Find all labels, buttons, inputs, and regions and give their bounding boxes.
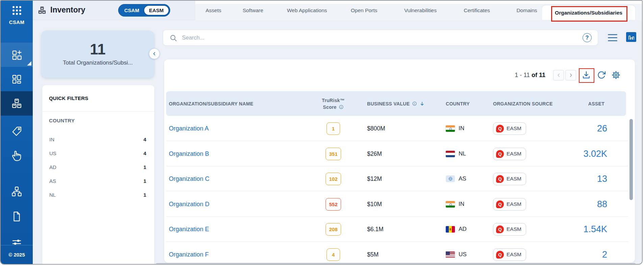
column-header-business-value[interactable]: BUSINESS VALUE xyxy=(367,91,425,116)
download-icon xyxy=(582,70,591,80)
trurisk-score-badge: 1 xyxy=(327,122,340,135)
country-filter-label: AD xyxy=(49,164,56,170)
column-header-source[interactable]: ORGANIZATION SOURCE xyxy=(493,91,553,116)
source-badge: Q EASM xyxy=(493,248,526,261)
bar-chart-icon xyxy=(627,33,635,41)
total-organizations-card[interactable]: 11 Total Organizations/Subsi... xyxy=(41,30,154,78)
column-header-name[interactable]: ORGANIZATION/SUBSIDIARY NAME xyxy=(169,91,253,116)
tab-vulnerabilities[interactable]: Vulnerabilities xyxy=(404,1,437,20)
gear-icon xyxy=(611,70,621,80)
qualys-logo-icon: Q xyxy=(496,175,504,183)
table-row[interactable]: Organization B 351 $26M NL Q EASM 3.02K xyxy=(166,141,628,166)
country-filter-count: 4 xyxy=(144,150,146,156)
chevron-right-icon xyxy=(568,72,574,78)
sidebar-item-dashboard[interactable] xyxy=(1,67,33,91)
country-code: IN xyxy=(459,201,464,208)
sidebar-item-tag[interactable] xyxy=(1,119,33,143)
column-header-trurisk[interactable]: TruRisk™ Score xyxy=(310,91,357,116)
column-header-country[interactable]: COUNTRY xyxy=(446,91,470,116)
country-code: AS xyxy=(459,175,466,182)
source-label: EASM xyxy=(507,125,521,131)
business-value: $800M xyxy=(367,116,385,141)
toggle-easm-label[interactable]: EASM xyxy=(144,5,169,16)
toggle-csam-label[interactable]: CSAM xyxy=(119,7,144,13)
sidebar-item-add-widget[interactable] xyxy=(1,43,33,67)
country-flag-icon xyxy=(446,175,455,182)
asset-count[interactable]: 2 xyxy=(602,242,607,263)
table-row[interactable]: Organization A 1 $800M IN Q EASM 26 xyxy=(166,116,628,141)
globe-icon xyxy=(448,176,453,181)
source-label: EASM xyxy=(507,251,521,258)
source-cell: Q EASM xyxy=(493,217,526,242)
country-filter-item[interactable]: AD 1 xyxy=(42,160,154,174)
organization-name-link[interactable]: Organization F xyxy=(169,242,209,263)
tab-software[interactable]: Software xyxy=(242,1,263,20)
csam-easm-toggle[interactable]: CSAM EASM xyxy=(118,4,170,17)
business-value: $5M xyxy=(367,242,379,263)
settings-button[interactable] xyxy=(611,70,621,80)
pagination-status: 1 - 11 of 11 xyxy=(515,72,545,79)
tab-open-ports[interactable]: Open Ports xyxy=(351,1,377,20)
organization-name-link[interactable]: Organization A xyxy=(169,116,209,141)
menu-icon[interactable] xyxy=(608,34,617,41)
document-icon xyxy=(11,211,23,222)
country-filter-item[interactable]: IN 4 xyxy=(42,132,154,146)
tab-assets[interactable]: Assets xyxy=(206,1,222,20)
organization-name-link[interactable]: Organization E xyxy=(169,217,209,242)
sidebar-item-hand-click[interactable] xyxy=(1,143,33,168)
tab-certificates[interactable]: Certificates xyxy=(464,1,490,20)
asset-count[interactable]: 3.02K xyxy=(583,141,607,166)
country-cell: US xyxy=(446,242,467,263)
country-flag-icon xyxy=(446,226,455,233)
qualys-logo-icon: Q xyxy=(496,125,504,132)
country-cell: AS xyxy=(446,166,466,191)
asset-count[interactable]: 26 xyxy=(597,116,607,141)
sort-descending-icon[interactable] xyxy=(419,101,425,106)
organization-name-link[interactable]: Organization C xyxy=(169,166,209,191)
business-value: $10M xyxy=(367,192,382,217)
org-chart-icon xyxy=(11,186,23,197)
organization-name-link[interactable]: Organization B xyxy=(169,141,209,166)
source-badge: Q EASM xyxy=(493,198,526,211)
tag-icon xyxy=(11,125,23,137)
trurisk-score-badge: 4 xyxy=(327,248,340,261)
sidebar-item-org-chart[interactable] xyxy=(1,179,33,203)
column-header-asset[interactable]: ASSET xyxy=(588,91,604,116)
table-row[interactable]: Organization E 208 $6.1M AD Q EASM 1.54K xyxy=(166,217,628,242)
search-input[interactable] xyxy=(182,34,583,41)
apps-grid-icon[interactable] xyxy=(11,5,23,16)
table-row[interactable]: Organization D 552 $10M IN Q EASM 88 xyxy=(166,192,628,217)
asset-count[interactable]: 1.54K xyxy=(583,217,607,242)
horizontal-scrollbar[interactable] xyxy=(156,263,636,265)
qualys-logo-icon: Q xyxy=(496,225,504,233)
search-bar: ? xyxy=(163,30,598,46)
sidebar-item-inventory-boxes[interactable] xyxy=(1,91,33,116)
info-icon[interactable] xyxy=(339,104,344,110)
sidebar-item-document[interactable] xyxy=(1,204,33,228)
qualys-logo-icon: Q xyxy=(496,150,504,158)
asset-count[interactable]: 13 xyxy=(597,166,607,191)
download-button[interactable] xyxy=(581,70,592,80)
country-flag-icon xyxy=(446,125,455,132)
help-icon[interactable]: ? xyxy=(583,33,592,42)
table-row[interactable]: Organization F 4 $5M US Q EASM 2 xyxy=(166,242,628,263)
country-filter-item[interactable]: AS 1 xyxy=(42,174,154,188)
next-page-button[interactable] xyxy=(565,70,576,80)
tab-web-applications[interactable]: Web Applications xyxy=(287,1,327,20)
chart-view-button[interactable] xyxy=(626,32,636,42)
previous-page-button[interactable] xyxy=(553,70,564,80)
table-body: Organization A 1 $800M IN Q EASM 26 Orga… xyxy=(164,116,635,263)
country-filter-item[interactable]: NL 1 xyxy=(42,188,154,202)
tab-domains[interactable]: Domains xyxy=(516,1,537,20)
organization-name-link[interactable]: Organization D xyxy=(169,192,209,217)
collapse-panel-button[interactable] xyxy=(149,48,160,59)
asset-count[interactable]: 88 xyxy=(597,192,607,217)
vertical-scrollbar[interactable] xyxy=(629,119,633,200)
refresh-button[interactable] xyxy=(596,70,607,80)
business-value: $12M xyxy=(367,166,382,191)
tab-organizations-subsidiaries[interactable]: Organizations/Subsidiaries xyxy=(542,5,635,20)
copyright: © 2025 xyxy=(1,245,33,264)
info-icon[interactable] xyxy=(412,101,417,106)
table-row[interactable]: Organization C 102 $12M AS Q EASM 13 xyxy=(166,166,628,191)
country-filter-item[interactable]: US 4 xyxy=(42,146,154,160)
